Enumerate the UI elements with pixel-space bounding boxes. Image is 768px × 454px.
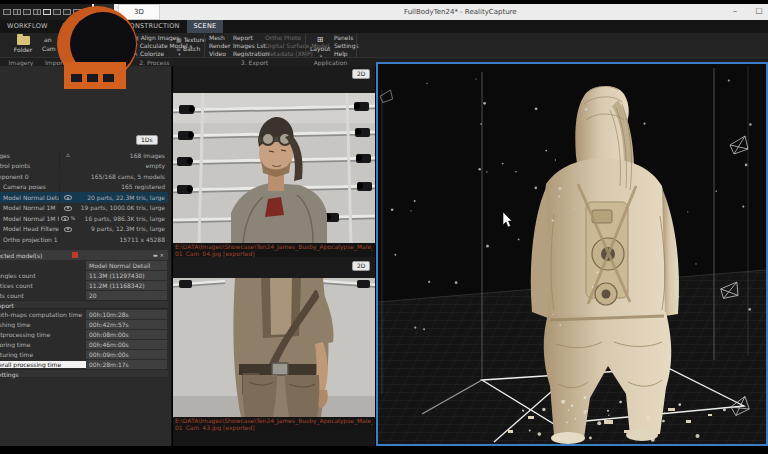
mesh-button[interactable]: Mesh	[209, 34, 225, 42]
scene-tree: Images ⚠ 168 images Control points empty…	[0, 150, 168, 245]
section-settings[interactable]: Settings	[0, 369, 168, 378]
prop-row-name[interactable]: Model Normal Detail	[0, 260, 168, 270]
photo1-filepath: E:\DATA\Images\Showcase\Ten24_James_Busb…	[173, 243, 375, 257]
report-button[interactable]: Report	[233, 34, 253, 42]
tree-row-ortho-projection[interactable]: Ortho projection 1 15711 x 45288	[0, 234, 168, 245]
prop-row-coloring-time[interactable]: Coloring time 00h:46m:00s	[0, 339, 168, 349]
prop-row-depthmaps-time[interactable]: Depth-maps computation time 00h:10m:28s	[0, 309, 168, 319]
images-lst-button[interactable]: Images Lst	[233, 42, 266, 50]
tree-row-control-points[interactable]: Control points empty	[0, 161, 168, 172]
subject-torso	[233, 278, 333, 417]
selected-model-panel: Selected model(s) ▬✕ Model Normal Detail…	[0, 250, 168, 378]
layout-grid-icon: ⊞	[310, 34, 330, 45]
batch-icon: ≡	[176, 45, 181, 52]
layout-preset-icon[interactable]	[43, 9, 51, 15]
prop-row-postprocessing-time[interactable]: Postprocessing time 00h:08m:00s	[0, 329, 168, 339]
section-report[interactable]: Report	[0, 300, 168, 309]
align-images-button[interactable]: ▤Align Images	[133, 34, 180, 42]
selected-model-title: Selected model(s)	[0, 252, 70, 259]
prop-row-vertices[interactable]: Vertices count 11.2M (11168342)	[0, 280, 168, 290]
prop-row-parts[interactable]: Parts count 20	[0, 290, 168, 300]
layout-preset-icon[interactable]	[33, 9, 41, 15]
channel-logo-filmstrip	[64, 62, 126, 89]
scan-button[interactable]: an	[44, 36, 51, 44]
panel-close-icon[interactable]: ✕	[160, 252, 166, 258]
warning-icon: ⚠	[60, 152, 76, 158]
tree-row-camera-poses[interactable]: Camera poses 165 registered	[0, 182, 168, 193]
tree-row-component[interactable]: Component 0 165/168 cams, 5 models	[0, 171, 168, 182]
photo-viewports: 2D	[173, 66, 375, 446]
folder-button[interactable]: Folder	[12, 34, 34, 53]
visibility-eye-icon[interactable]	[64, 206, 72, 211]
photo2-filepath: E:\DATA\Images\Showcase\Ten24_James_Busb…	[173, 417, 375, 431]
mouse-cursor	[503, 212, 512, 227]
layout-preset-icon[interactable]	[63, 9, 71, 15]
letterbox-bottom	[0, 446, 768, 454]
layout-preset-icon[interactable]	[53, 9, 61, 15]
tree-row-model-normal-1m[interactable]: Model Normal 1M 19 parts, 1000.0K tris, …	[0, 203, 168, 214]
tree-row-model-normal-detail[interactable]: Model Normal Detail 20 parts, 22.3M tris…	[0, 192, 168, 203]
viewport-3d[interactable]	[376, 62, 768, 446]
visibility-eye-icon[interactable]	[64, 227, 72, 232]
minimize-button[interactable]: –	[724, 4, 746, 20]
render-button[interactable]: Render	[209, 42, 230, 50]
batch-button[interactable]: ≡Batch	[176, 45, 200, 53]
prop-row-triangles[interactable]: Triangles count 11.3M (11297430)	[0, 270, 168, 280]
photo1-view-badge[interactable]: 2D	[352, 69, 370, 79]
texture-button[interactable]: ▦Texture	[176, 36, 206, 44]
scene-tree-panel: 1Ds Images ⚠ 168 images Control points e…	[0, 66, 172, 446]
tree-row-images[interactable]: Images ⚠ 168 images	[0, 150, 168, 161]
selected-model-header: Selected model(s) ▬✕	[0, 250, 168, 260]
layout-button[interactable]: ⊞ Layout ▾	[310, 34, 330, 59]
photo2-header	[173, 257, 375, 278]
photo2-view-badge[interactable]: 2D	[352, 261, 370, 271]
layout-preset-icon[interactable]	[13, 9, 21, 15]
layout-preset-icon[interactable]	[3, 9, 11, 15]
visibility-eye-icon[interactable]	[61, 216, 69, 221]
tree-row-model-head-filtered[interactable]: Model Head Filtered 9 parts, 12.3M tris,…	[0, 224, 168, 235]
tree-row-model-normal-1m-filtered[interactable]: Model Normal 1M Filtered % 16 parts, 986…	[0, 213, 168, 224]
tab-scene[interactable]: SCENE	[187, 20, 224, 33]
layout-preset-icon[interactable]	[23, 9, 31, 15]
settings-button[interactable]: Settings	[334, 42, 359, 50]
prop-row-overall-time[interactable]: Overall processing time 00h:28m:17s	[0, 359, 168, 369]
photo1-header	[173, 66, 375, 93]
maximize-button[interactable]: ☐	[748, 4, 768, 20]
panels-button[interactable]: Panels	[334, 34, 353, 42]
visibility-eye-icon[interactable]	[64, 195, 72, 200]
viewport-3d-scene	[378, 64, 766, 444]
letterbox-top	[0, 0, 768, 4]
prop-row-meshing-time[interactable]: Meshing time 00h:42m:57s	[0, 319, 168, 329]
prop-row-texturing-time[interactable]: Texturing time 00h:09m:00s	[0, 349, 168, 359]
photo1-image[interactable]	[173, 93, 375, 243]
tab-workflow[interactable]: WORKFLOW	[0, 20, 55, 33]
window-title: FullBodyTen24* - RealityCapture	[404, 4, 517, 20]
cam-button[interactable]: Cam	[42, 45, 56, 53]
panel-menu-icon[interactable]: ▬	[153, 252, 160, 258]
photo2-image[interactable]	[173, 278, 375, 417]
folder-icon	[17, 36, 30, 45]
app-window: ⊞ 3D FullBodyTen24* - RealityCapture – ☐…	[0, 0, 768, 454]
error-flag-icon	[72, 252, 78, 258]
tree-view-type-badge[interactable]: 1Ds	[136, 135, 158, 145]
texture-icon: ▦	[176, 36, 182, 43]
ortho-photo-button[interactable]: Ortho Photo	[265, 34, 301, 42]
